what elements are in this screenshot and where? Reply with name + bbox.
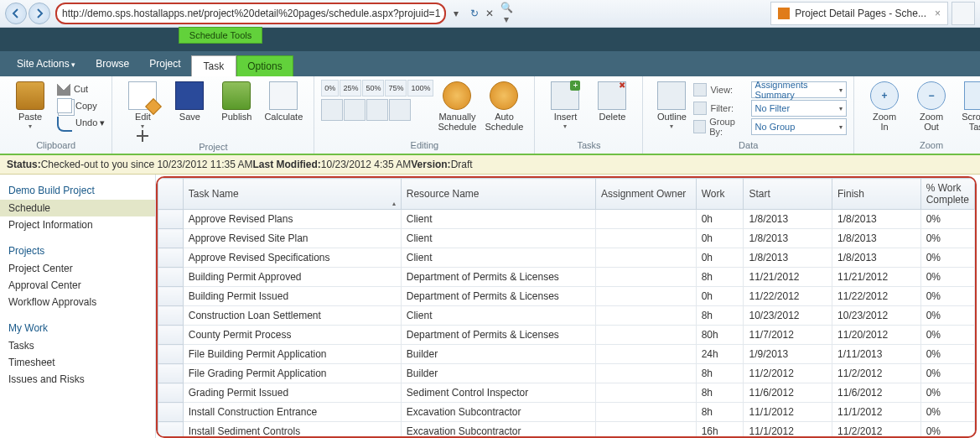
insert-button[interactable]: Insert: [542, 80, 589, 132]
cell-resource[interactable]: Builder: [401, 364, 595, 383]
cell-start[interactable]: 1/8/2013: [744, 229, 832, 248]
cell-pct[interactable]: 0%: [920, 383, 974, 403]
table-row[interactable]: County Permit ProcessDepartment of Permi…: [158, 326, 975, 345]
cell-work[interactable]: 8h: [696, 383, 744, 403]
cell-start[interactable]: 11/7/2012: [744, 326, 832, 345]
tab-close-button[interactable]: ×: [935, 8, 941, 19]
col-pct-work-complete[interactable]: % Work Complete: [920, 179, 974, 210]
cell-start[interactable]: 11/6/2012: [744, 383, 832, 403]
cell-resource[interactable]: Department of Permits & Licenses: [401, 326, 595, 345]
cell-finish[interactable]: 11/22/2012: [832, 287, 921, 306]
table-row[interactable]: Building Permit IssuedDepartment of Perm…: [158, 287, 975, 306]
cell-task[interactable]: Install Sediment Controls: [183, 422, 401, 439]
cell-finish[interactable]: 1/11/2013: [832, 345, 921, 364]
cell-pct[interactable]: 0%: [920, 403, 974, 422]
col-assignment-owner[interactable]: Assignment Owner: [595, 179, 696, 210]
search-dropdown-icon[interactable]: 🔍▾: [500, 2, 513, 25]
pct-100-button[interactable]: 100%: [407, 80, 433, 96]
filter-select[interactable]: No Filter: [751, 100, 847, 117]
cell-work[interactable]: 24h: [696, 345, 744, 364]
zoom-out-button[interactable]: ZoomOut: [908, 80, 955, 132]
cell-owner[interactable]: [595, 364, 696, 383]
cell-start[interactable]: 1/8/2013: [744, 210, 832, 229]
cell-start[interactable]: 11/2/2012: [744, 364, 832, 383]
row-header[interactable]: [158, 345, 184, 364]
cell-owner[interactable]: [595, 268, 696, 287]
cell-work[interactable]: 0h: [696, 287, 744, 306]
address-bar[interactable]: http://demo.sps.hostallapps.net/project%…: [55, 3, 446, 24]
cell-resource[interactable]: Builder: [401, 345, 595, 364]
table-row[interactable]: Install Sediment ControlsExcavation Subc…: [158, 422, 975, 439]
cell-pct[interactable]: 0%: [920, 287, 974, 306]
tab-options[interactable]: Options: [236, 55, 293, 76]
cell-finish[interactable]: 11/21/2012: [832, 268, 921, 287]
address-dropdown-icon[interactable]: ▾: [449, 8, 463, 19]
cell-pct[interactable]: 0%: [920, 268, 974, 287]
cell-work[interactable]: 8h: [696, 364, 744, 383]
nav-item-schedule[interactable]: Schedule: [0, 200, 155, 216]
cell-task[interactable]: Approve Revised Specifications: [183, 248, 401, 268]
undo-button[interactable]: Undo ▾: [57, 115, 105, 130]
cell-resource[interactable]: Excavation Subcontractor: [401, 422, 595, 439]
cell-owner[interactable]: [595, 248, 696, 268]
cell-pct[interactable]: 0%: [920, 306, 974, 326]
cell-work[interactable]: 8h: [696, 268, 744, 287]
cell-finish[interactable]: 11/2/2012: [832, 422, 921, 439]
save-button[interactable]: Save: [166, 80, 213, 122]
browser-tab[interactable]: Project Detail Pages - Sche... ×: [770, 2, 948, 25]
table-row[interactable]: Approve Revised PlansClient0h1/8/20131/8…: [158, 210, 975, 229]
row-header[interactable]: [158, 248, 184, 268]
cell-start[interactable]: 11/1/2012: [744, 422, 832, 439]
nav-header-mywork[interactable]: My Work: [8, 322, 147, 334]
cell-task[interactable]: Building Permit Approved: [183, 268, 401, 287]
table-row[interactable]: Building Permit ApprovedDepartment of Pe…: [158, 268, 975, 287]
cell-task[interactable]: Approve Revised Plans: [183, 210, 401, 229]
cell-finish[interactable]: 1/8/2013: [832, 248, 921, 268]
cell-finish[interactable]: 11/1/2012: [832, 403, 921, 422]
cell-finish[interactable]: 11/20/2012: [832, 326, 921, 345]
move-icon[interactable]: [137, 130, 148, 142]
delete-button[interactable]: Delete: [589, 80, 635, 122]
nav-item-workflow-approvals[interactable]: Workflow Approvals: [8, 294, 147, 310]
publish-button[interactable]: Publish: [213, 80, 260, 122]
cell-resource[interactable]: Excavation Subcontractor: [401, 403, 595, 422]
refresh-button[interactable]: ↻: [466, 5, 483, 22]
cell-task[interactable]: File Grading Permit Application: [183, 364, 401, 383]
cell-owner[interactable]: [595, 345, 696, 364]
cell-task[interactable]: Construction Loan Settlement: [183, 306, 401, 326]
zoom-in-button[interactable]: ZoomIn: [861, 80, 908, 132]
cell-owner[interactable]: [595, 422, 696, 439]
row-header[interactable]: [158, 422, 184, 439]
cell-work[interactable]: 0h: [696, 229, 744, 248]
nav-item-project-info[interactable]: Project Information: [8, 216, 147, 233]
cell-finish[interactable]: 10/23/2012: [832, 306, 921, 326]
cell-pct[interactable]: 0%: [920, 248, 974, 268]
cell-start[interactable]: 1/8/2013: [744, 248, 832, 268]
col-finish[interactable]: Finish: [832, 179, 921, 210]
cell-pct[interactable]: 0%: [920, 422, 974, 439]
cell-task[interactable]: File Building Permit Application: [183, 345, 401, 364]
col-resource-name[interactable]: Resource Name: [401, 179, 595, 210]
cell-task[interactable]: Grading Permit Issued: [183, 383, 401, 403]
cell-task[interactable]: County Permit Process: [183, 326, 401, 345]
groupby-select[interactable]: No Group: [751, 118, 847, 135]
table-row[interactable]: Construction Loan SettlementClient8h10/2…: [158, 306, 975, 326]
cell-owner[interactable]: [595, 403, 696, 422]
cell-pct[interactable]: 0%: [920, 345, 974, 364]
nav-header-projects[interactable]: Projects: [8, 245, 147, 257]
cell-work[interactable]: 8h: [696, 306, 744, 326]
cell-owner[interactable]: [595, 306, 696, 326]
view-select[interactable]: Assignments Summary: [751, 81, 847, 98]
cell-resource[interactable]: Client: [401, 229, 595, 248]
table-row[interactable]: File Grading Permit ApplicationBuilder8h…: [158, 364, 975, 383]
cell-work[interactable]: 0h: [696, 210, 744, 229]
row-header[interactable]: [158, 306, 184, 326]
cell-work[interactable]: 80h: [696, 326, 744, 345]
row-header[interactable]: [158, 210, 184, 229]
row-header[interactable]: [158, 326, 184, 345]
cell-finish[interactable]: 1/8/2013: [832, 210, 921, 229]
cell-work[interactable]: 8h: [696, 403, 744, 422]
site-actions-menu[interactable]: Site Actions: [7, 53, 86, 76]
manually-schedule-button[interactable]: ManuallySchedule: [433, 80, 480, 132]
copy-button[interactable]: Copy: [57, 98, 105, 113]
